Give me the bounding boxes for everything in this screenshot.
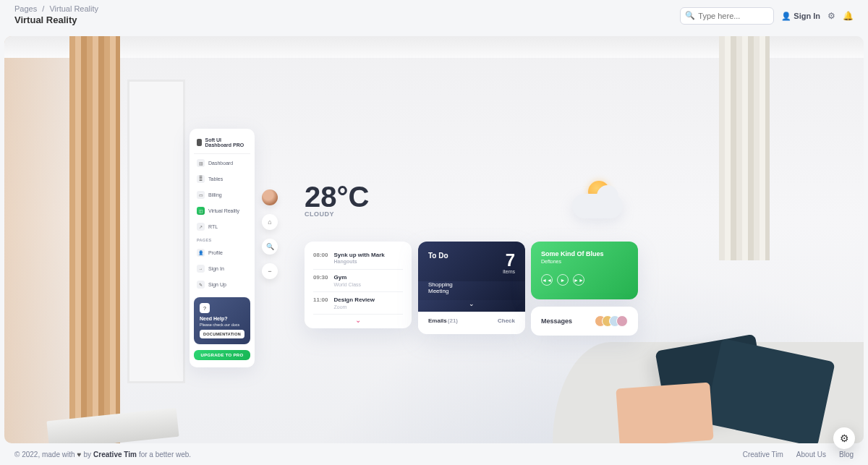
brand[interactable]: Soft UI Dashboard PRO [194, 136, 250, 154]
footer-author[interactable]: Creative Tim [93, 451, 137, 458]
sidebar-item-label: Virtual Reality [208, 208, 239, 213]
sidebar-item-tables[interactable]: ≣ Tables [194, 172, 250, 186]
user-icon: 👤 [781, 12, 791, 21]
schedule-card: 08:00 Synk up with Mark Hangouts 09:30 G… [305, 242, 412, 328]
brand-label: Soft UI Dashboard PRO [205, 137, 247, 148]
search-icon: 🔍 [685, 11, 695, 20]
schedule-row[interactable]: 09:30 Gym World Class [313, 270, 403, 292]
sidebar-item-label: Profile [208, 250, 223, 255]
breadcrumb-root[interactable]: Pages [14, 4, 37, 13]
music-play-button[interactable]: ► [557, 274, 569, 286]
billing-icon: ▭ [197, 191, 205, 199]
next-icon: ►► [574, 278, 584, 283]
settings-fab[interactable]: ⚙ [833, 427, 855, 449]
footer-link[interactable]: About Us [796, 451, 826, 458]
sidebar: Soft UI Dashboard PRO ▥ Dashboard ≣ Tabl… [190, 129, 255, 367]
search[interactable]: 🔍 [680, 7, 774, 25]
todo-line: Meeting [428, 288, 515, 294]
help-icon: ? [200, 303, 210, 313]
room-background: Soft UI Dashboard PRO ▥ Dashboard ≣ Tabl… [4, 36, 864, 443]
todo-count: 7 [503, 252, 515, 269]
help-card: ? Need Help? Please check our docs DOCUM… [194, 297, 250, 344]
breadcrumb-current[interactable]: Virtual Reality [49, 4, 98, 13]
music-prev-button[interactable]: ◄◄ [541, 274, 553, 286]
signin-icon: → [197, 265, 205, 273]
sidebar-item-label: Dashboard [208, 161, 233, 166]
sidebar-item-label: RTL [208, 224, 218, 229]
home-button[interactable]: ⌂ [262, 214, 278, 230]
brand-logo-icon [197, 139, 202, 146]
todo-count-label: items [503, 269, 515, 274]
footer-prefix: © 2022, made with [14, 451, 75, 458]
dashboard-icon: ▥ [197, 159, 205, 167]
footer-link[interactable]: Blog [839, 451, 854, 458]
mini-nav: ⌂ 🔍 − [262, 189, 278, 279]
music-title: Some Kind Of Blues [541, 250, 628, 257]
bell-icon[interactable]: 🔔 [843, 11, 854, 21]
heart-icon: ♥ [77, 451, 82, 458]
schedule-time: 08:00 [313, 252, 328, 265]
schedule-title: Synk up with Mark [333, 252, 384, 258]
page-title: Virtual Reality [14, 14, 98, 25]
minus-icon: − [268, 268, 271, 275]
weather-temp: 28°C [305, 181, 369, 213]
search-button[interactable]: 🔍 [262, 239, 278, 255]
sidebar-item-profile[interactable]: 👤 Profile [194, 246, 250, 260]
sidebar-item-label: Sign In [208, 266, 224, 271]
upgrade-button[interactable]: UPGRADE TO PRO [194, 350, 250, 360]
gear-icon[interactable]: ⚙ [827, 11, 835, 21]
weather-icon [572, 181, 630, 224]
breadcrumb[interactable]: Pages / Virtual Reality [14, 4, 98, 13]
documentation-button[interactable]: DOCUMENTATION [200, 330, 244, 338]
sidebar-item-billing[interactable]: ▭ Billing [194, 188, 250, 202]
sidebar-item-signin[interactable]: → Sign In [194, 262, 250, 276]
messages-label: Messages [541, 317, 572, 325]
footer-by: by [83, 451, 91, 458]
minimize-button[interactable]: − [262, 263, 278, 279]
schedule-time: 09:30 [313, 274, 328, 287]
schedule-title: Gym [333, 274, 361, 281]
avatar-icon [616, 315, 628, 327]
search-icon: 🔍 [266, 243, 274, 250]
footer-link[interactable]: Creative Tim [743, 451, 783, 458]
todo-expand[interactable]: ⌄ [418, 300, 525, 312]
music-artist: Deftones [541, 259, 628, 264]
vr-icon: ◫ [197, 207, 205, 215]
sidebar-item-label: Billing [208, 192, 222, 197]
signin-label: Sign In [793, 12, 820, 20]
todo-label: To Do [428, 252, 448, 274]
sidebar-item-signup[interactable]: ✎ Sign Up [194, 278, 250, 291]
prev-icon: ◄◄ [542, 278, 552, 283]
messages-avatars [599, 315, 628, 327]
schedule-time: 11:00 [313, 297, 328, 310]
chevron-down-icon: ⌄ [469, 300, 475, 307]
music-card: Some Kind Of Blues Deftones ◄◄ ► ►► [531, 242, 638, 299]
schedule-tag: Hangouts [333, 259, 357, 264]
sidebar-item-dashboard[interactable]: ▥ Dashboard [194, 156, 250, 170]
sidebar-item-label: Sign Up [208, 282, 226, 287]
weather: 28°C CLOUDY [305, 181, 369, 218]
gear-icon: ⚙ [840, 432, 849, 444]
help-title: Need Help? [200, 316, 244, 321]
footer-suffix: for a better web. [139, 451, 191, 458]
schedule-expand[interactable]: ⌄ [313, 315, 403, 325]
sidebar-section-pages: PAGES [194, 234, 250, 244]
todo-card: To Do 7 items Shopping Meeting ⌄ Emails(… [418, 242, 525, 334]
sidebar-item-rtl[interactable]: ↗ RTL [194, 220, 250, 234]
sidebar-item-virtual-reality[interactable]: ◫ Virtual Reality [194, 204, 250, 218]
signin-link[interactable]: 👤 Sign In [781, 12, 820, 21]
signup-icon: ✎ [197, 281, 205, 289]
schedule-sub: Zoom [333, 304, 374, 310]
play-icon: ► [561, 278, 566, 283]
check-link[interactable]: Check [498, 317, 515, 324]
tables-icon: ≣ [197, 175, 205, 183]
messages-card[interactable]: Messages [531, 307, 638, 336]
todo-line: Shopping [428, 281, 515, 288]
rtl-icon: ↗ [197, 223, 205, 231]
music-next-button[interactable]: ►► [573, 274, 584, 286]
sidebar-item-label: Tables [208, 176, 223, 182]
breadcrumb-sep: / [42, 4, 44, 13]
schedule-row[interactable]: 08:00 Synk up with Mark Hangouts [313, 247, 403, 270]
avatar[interactable] [262, 189, 278, 205]
schedule-row[interactable]: 11:00 Design Review Zoom [313, 292, 403, 315]
